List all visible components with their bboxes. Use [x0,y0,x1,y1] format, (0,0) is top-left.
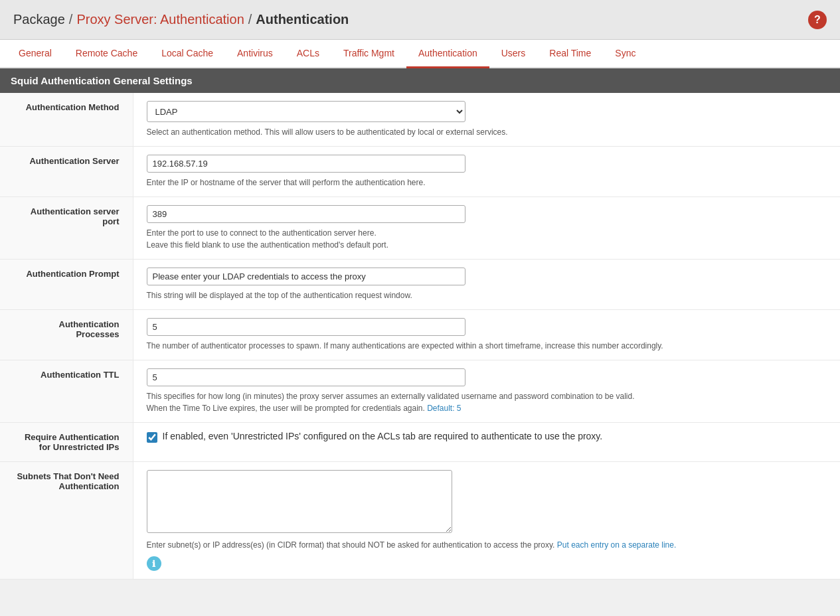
auth-prompt-label: Authentication Prompt [0,260,133,310]
section-title: Squid Authentication General Settings [11,75,193,86]
auth-method-row: Authentication Method LDAP NTLM Kerberos… [0,93,840,147]
subnets-row: Subnets That Don't Need Authentication E… [0,462,840,579]
nav-tabs: General Remote Cache Local Cache Antivir… [0,40,840,68]
auth-server-label: Authentication Server [0,147,133,197]
auth-server-help: Enter the IP or hostname of the server t… [147,177,827,189]
require-auth-row: Require Authentication for Unrestricted … [0,423,840,462]
form-table: Authentication Method LDAP NTLM Kerberos… [0,93,840,579]
require-auth-value-cell: If enabled, even 'Unrestricted IPs' conf… [133,423,840,462]
tab-users[interactable]: Users [489,40,538,68]
auth-processes-label: Authentication Processes [0,310,133,360]
tab-acls[interactable]: ACLs [285,40,331,68]
tab-traffic-mgmt[interactable]: Traffic Mgmt [331,40,406,68]
tab-real-time[interactable]: Real Time [537,40,603,68]
subnets-label: Subnets That Don't Need Authentication [0,462,133,579]
breadcrumb-package: Package [13,12,65,27]
auth-prompt-value-cell: This string will be displayed at the top… [133,260,840,310]
subnets-textarea[interactable] [147,470,452,533]
auth-prompt-input[interactable] [147,268,465,285]
help-icon[interactable]: ? [808,11,827,29]
subnets-help: Enter subnet(s) or IP address(es) (in CI… [147,539,827,551]
auth-method-select[interactable]: LDAP NTLM Kerberos Local None [147,101,465,122]
breadcrumb-proxy-link[interactable]: Proxy Server: Authentication [76,12,244,27]
auth-ttl-input[interactable] [147,368,465,386]
auth-port-row: Authentication server port Enter the por… [0,197,840,260]
tab-authentication[interactable]: Authentication [406,40,489,68]
auth-processes-row: Authentication Processes The number of a… [0,310,840,360]
breadcrumb-current: Authentication [256,12,349,27]
require-auth-help: If enabled, even 'Unrestricted IPs' conf… [163,431,603,441]
auth-ttl-row: Authentication TTL This specifies for ho… [0,360,840,423]
auth-method-label: Authentication Method [0,93,133,147]
auth-prompt-help: This string will be displayed at the top… [147,289,827,301]
require-auth-label: Require Authentication for Unrestricted … [0,423,133,462]
auth-ttl-default-link[interactable]: Default: 5 [427,404,461,413]
tab-sync[interactable]: Sync [603,40,647,68]
auth-ttl-label: Authentication TTL [0,360,133,423]
tab-antivirus[interactable]: Antivirus [225,40,285,68]
breadcrumb-sep1: / [69,12,73,27]
auth-processes-value-cell: The number of authenticator processes to… [133,310,840,360]
require-auth-checkbox[interactable] [147,432,157,443]
require-auth-checkbox-row: If enabled, even 'Unrestricted IPs' conf… [147,431,827,443]
auth-server-input[interactable] [147,155,465,173]
auth-server-row: Authentication Server Enter the IP or ho… [0,147,840,197]
tab-general[interactable]: General [7,40,64,68]
auth-processes-input[interactable] [147,318,465,336]
auth-server-value-cell: Enter the IP or hostname of the server t… [133,147,840,197]
auth-prompt-row: Authentication Prompt This string will b… [0,260,840,310]
subnets-value-cell: Enter subnet(s) or IP address(es) (in CI… [133,462,840,579]
section-header: Squid Authentication General Settings [0,68,840,93]
auth-ttl-help: This specifies for how long (in minutes)… [147,390,827,414]
auth-port-input[interactable] [147,205,465,223]
tab-local-cache[interactable]: Local Cache [149,40,225,68]
subnets-help-link[interactable]: Put each entry on a separate line. [557,540,676,550]
tab-remote-cache[interactable]: Remote Cache [64,40,149,68]
auth-processes-help: The number of authenticator processes to… [147,340,827,352]
breadcrumb-sep2: / [248,12,252,27]
auth-ttl-value-cell: This specifies for how long (in minutes)… [133,360,840,423]
auth-method-value-cell: LDAP NTLM Kerberos Local None Select an … [133,93,840,147]
auth-port-help: Enter the port to use to connect to the … [147,227,827,251]
subnets-info-icon: ℹ [147,556,161,571]
auth-port-value-cell: Enter the port to use to connect to the … [133,197,840,260]
auth-method-help: Select an authentication method. This wi… [147,126,827,138]
page-header: Package / Proxy Server: Authentication /… [0,0,840,40]
breadcrumb: Package / Proxy Server: Authentication /… [13,12,349,27]
main-content: Squid Authentication General Settings Au… [0,68,840,579]
auth-port-label: Authentication server port [0,197,133,260]
